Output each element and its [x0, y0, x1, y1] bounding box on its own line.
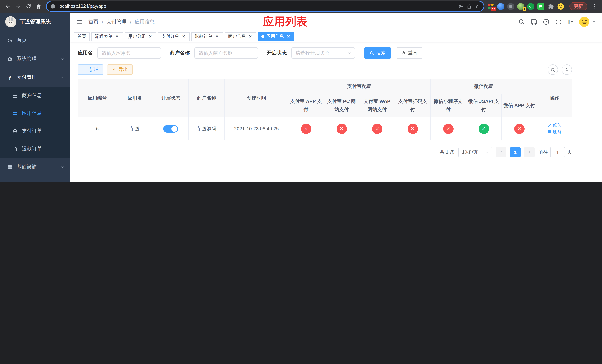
refresh-table-button[interactable] [562, 64, 572, 75]
sidebar-item-pay-orders[interactable]: 支付订单 [0, 122, 70, 140]
tab-home[interactable]: 首页 [74, 32, 90, 41]
close-icon[interactable]: ✕ [148, 34, 153, 39]
app-name-input[interactable] [97, 47, 161, 58]
pencil-icon [547, 123, 552, 128]
ext-gem-icon[interactable] [497, 3, 504, 10]
browser-home-icon[interactable] [34, 1, 44, 11]
browser-update-button[interactable]: 更新 [570, 2, 587, 10]
help-icon[interactable] [543, 19, 549, 25]
status-x-icon [372, 124, 382, 134]
goto-label: 前往 [538, 149, 548, 156]
export-button[interactable]: 导出 [107, 64, 133, 75]
close-icon[interactable]: ✕ [214, 34, 220, 39]
caret-down-icon [592, 20, 596, 24]
merchant-name-input[interactable] [194, 47, 258, 58]
github-icon[interactable] [531, 19, 537, 25]
screen: 10 1 更新 芋道管理系统 [0, 0, 602, 182]
browser-reload-icon[interactable] [24, 1, 33, 11]
app-name-label: 应用名 [78, 50, 93, 56]
total-label: 共 1 条 [440, 149, 455, 156]
ext-globe-icon[interactable] [507, 3, 514, 10]
cell-app-name: 芋道 [117, 117, 153, 140]
sidebar-item-system[interactable]: 系统管理 [0, 50, 70, 68]
close-icon[interactable]: ✕ [114, 34, 119, 39]
site-info-icon[interactable] [50, 4, 55, 9]
breadcrumb-current: 应用信息 [135, 19, 155, 25]
chevron-left-icon [499, 150, 504, 155]
status-x-icon [443, 124, 453, 134]
ext-avatar-icon[interactable]: 1 [517, 3, 524, 10]
status-check-icon [479, 124, 489, 134]
sidebar-item-app-info[interactable]: 应用信息 [0, 104, 70, 122]
address-bar[interactable] [47, 1, 484, 11]
cell-alipay-wap [359, 117, 395, 140]
content: 应用名 商户名称 开启状态 请选择开启状态 搜索 重置 [70, 42, 602, 182]
ext-emoji-icon[interactable] [557, 3, 564, 10]
col-ops: 操作 [537, 79, 572, 117]
status-select[interactable]: 请选择开启状态 [291, 47, 355, 58]
breadcrumb-payment[interactable]: 支付管理 [107, 19, 127, 25]
tab-process-form[interactable]: 流程表单 ✕ [91, 32, 123, 41]
browser-menu-icon[interactable] [589, 1, 599, 11]
sidebar-item-merchant-info[interactable]: 商户信息 [0, 87, 70, 104]
main-area: 首页 / 支付管理 / 应用信息 应用列表 TT [70, 13, 602, 182]
document-icon [12, 146, 18, 152]
navbar: 首页 / 支付管理 / 应用信息 应用列表 TT [70, 13, 602, 31]
tab-merchant-info[interactable]: 商户信息 ✕ [225, 32, 256, 41]
page-number-button[interactable]: 1 [510, 147, 521, 158]
browser-forward-icon[interactable] [13, 1, 23, 11]
user-menu[interactable] [579, 16, 596, 27]
close-icon[interactable]: ✕ [181, 34, 186, 39]
sidebar-submenu-payment: 商户信息 应用信息 支付订单 退款订单 [0, 87, 70, 158]
tab-user-group[interactable]: 用户分组 ✕ [125, 32, 156, 41]
page-size-select[interactable]: 10条/页 [458, 147, 492, 158]
tab-app-info[interactable]: 应用信息 ✕ [258, 32, 294, 41]
ext-check-icon[interactable] [527, 3, 534, 10]
cell-merchant: 芋道源码 [189, 117, 225, 140]
sidebar-logo[interactable]: 芋道管理系统 [0, 13, 70, 31]
fullscreen-icon[interactable] [555, 19, 562, 25]
font-size-icon[interactable]: TT [567, 19, 573, 25]
breadcrumb-separator: / [102, 19, 103, 25]
cell-ops: 修改 删除 [537, 117, 572, 140]
url-input[interactable] [58, 4, 455, 9]
ext-badge: 1 [523, 7, 526, 11]
close-icon[interactable]: ✕ [286, 34, 291, 39]
sidebar-item-infrastructure[interactable]: 基础设施 [0, 158, 70, 176]
search-icon[interactable] [518, 19, 525, 25]
delete-link[interactable]: 删除 [547, 129, 562, 135]
sidebar-item-dev-tools[interactable]: 研发工具 [0, 176, 70, 182]
status-x-icon [514, 124, 525, 134]
sidebar-item-label: 首页 [17, 37, 27, 44]
edit-link[interactable]: 修改 [547, 122, 562, 129]
tab-pay-orders[interactable]: 支付订单 ✕ [158, 32, 190, 41]
chevron-down-icon [60, 57, 64, 61]
tab-refund-orders[interactable]: 退款订单 ✕ [191, 32, 223, 41]
share-icon[interactable] [466, 4, 472, 9]
sidebar-item-payment[interactable]: ¥ 支付管理 [0, 68, 70, 87]
password-key-icon[interactable] [458, 4, 463, 9]
ext-chat-icon[interactable] [537, 3, 544, 10]
ext-puzzle-icon[interactable] [547, 3, 554, 10]
chevron-down-icon [60, 165, 64, 169]
reset-button[interactable]: 重置 [396, 47, 423, 58]
add-button[interactable]: 新增 [78, 64, 103, 75]
status-toggle[interactable] [163, 125, 178, 133]
sidebar-item-refund-orders[interactable]: 退款订单 [0, 140, 70, 158]
sidebar-toggle-icon[interactable] [76, 18, 83, 25]
prev-page-button[interactable] [496, 147, 506, 158]
close-icon[interactable]: ✕ [248, 34, 253, 39]
search-button[interactable]: 搜索 [364, 47, 391, 58]
cell-status [153, 117, 189, 140]
goto-input[interactable] [550, 147, 565, 158]
app-grid-icon [12, 110, 18, 116]
sidebar-item-label: 支付订单 [22, 128, 42, 134]
toggle-search-button[interactable] [548, 64, 558, 75]
cell-wechat-app [502, 117, 537, 140]
breadcrumb-home[interactable]: 首页 [88, 19, 98, 25]
next-page-button[interactable] [524, 147, 535, 158]
ext-tab-manager-icon[interactable]: 10 [487, 3, 494, 10]
bookmark-star-icon[interactable] [475, 4, 480, 9]
sidebar-item-home[interactable]: 首页 [0, 31, 70, 50]
browser-back-icon[interactable] [3, 1, 13, 11]
